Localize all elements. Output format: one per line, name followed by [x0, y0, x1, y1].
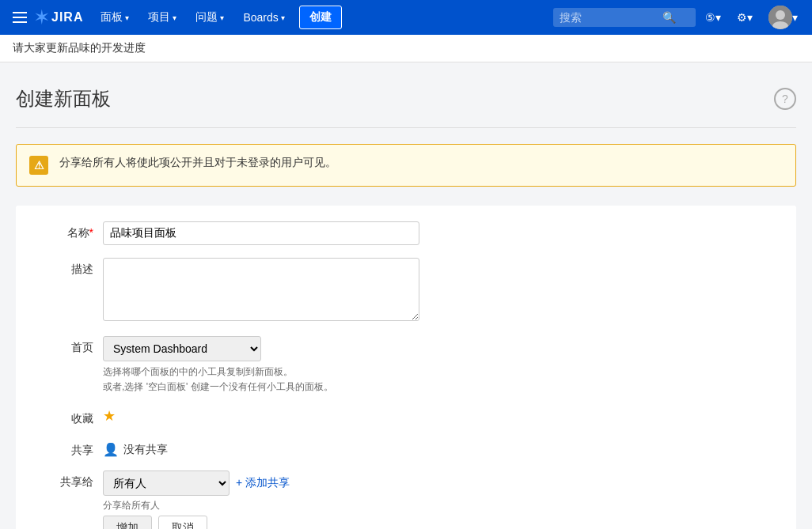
help-arrow: ▾ — [715, 11, 721, 24]
nav-issue[interactable]: 问题 ▾ — [188, 0, 232, 35]
share-give-row: 所有人 项目 用户 组 + 添加共享 — [103, 470, 419, 496]
topnav: ✶ JIRA 面板 ▾ 项目 ▾ 问题 ▾ Boards ▾ 创建 🔍 ⑤ ▾ … — [0, 0, 812, 35]
search-icon: 🔍 — [662, 11, 676, 24]
create-button[interactable]: 创建 — [299, 6, 342, 29]
homepage-hint: 选择将哪个面板的中的小工具复制到新面板。 或者,选择 '空白面板' 创建一个没有… — [103, 365, 419, 395]
jira-logo: ✶ JIRA — [35, 8, 83, 27]
avatar — [768, 6, 792, 29]
page-help-icon[interactable]: ? — [774, 88, 796, 110]
homepage-row: 首页 System Dashboard 空白面板 选择将哪个面板的中的小工具复制… — [40, 336, 772, 395]
share-label: 共享 — [40, 439, 103, 458]
search-input[interactable] — [560, 11, 662, 24]
help-menu[interactable]: ⑤ ▾ — [699, 0, 727, 35]
search-box[interactable]: 🔍 — [553, 8, 696, 27]
jira-logo-symbol: ✶ — [35, 8, 48, 27]
homepage-label: 首页 — [40, 336, 103, 355]
action-buttons: 增加 取消 — [103, 516, 419, 529]
nav-board-arrow: ▾ — [125, 13, 129, 22]
cancel-button[interactable]: 取消 — [158, 516, 207, 529]
page-header: 创建新面板 ? — [16, 78, 796, 128]
svg-point-1 — [776, 10, 785, 20]
banner: 请大家更新品味的开发进度 — [0, 35, 812, 62]
nav-project[interactable]: 项目 ▾ — [140, 0, 184, 35]
name-label: 名称* — [40, 221, 103, 240]
warning-icon: ⚠ — [29, 156, 48, 175]
favorite-label: 收藏 — [40, 407, 103, 426]
shareto-row: 共享给 所有人 项目 用户 组 + 添加共享 分享给所有人 增加 取消 — [40, 470, 772, 529]
nav-issue-arrow: ▾ — [220, 13, 224, 22]
shareto-control: 所有人 项目 用户 组 + 添加共享 分享给所有人 增加 取消 — [103, 470, 419, 529]
banner-text: 请大家更新品味的开发进度 — [13, 41, 146, 54]
warning-text: 分享给所有人将使此项公开并且对于未登录的用户可见。 — [59, 156, 336, 170]
desc-label: 描述 — [40, 258, 103, 277]
nav-boards[interactable]: Boards ▾ — [235, 0, 292, 35]
settings-arrow: ▾ — [747, 11, 753, 24]
add-button[interactable]: 增加 — [103, 516, 152, 529]
nav-boards-arrow: ▾ — [281, 13, 285, 22]
add-share-button[interactable]: + 添加共享 — [236, 476, 290, 490]
nav-project-arrow: ▾ — [173, 13, 176, 22]
user-arrow: ▾ — [792, 11, 798, 24]
user-menu[interactable]: ▾ — [762, 0, 804, 35]
settings-icon: ⚙ — [737, 11, 747, 24]
name-row: 名称* — [40, 221, 772, 245]
jira-logo-text: JIRA — [51, 10, 83, 25]
favorite-star[interactable]: ★ — [103, 408, 116, 424]
name-control — [103, 221, 419, 245]
desc-row: 描述 — [40, 258, 772, 323]
shareto-select[interactable]: 所有人 项目 用户 组 — [103, 470, 230, 496]
nav-board[interactable]: 面板 ▾ — [93, 0, 137, 35]
name-input[interactable] — [103, 221, 419, 245]
help-icon: ⑤ — [705, 11, 715, 24]
share-value: 没有共享 — [123, 443, 168, 457]
favorite-control: ★ — [103, 407, 419, 425]
share-person-icon: 👤 — [103, 442, 119, 457]
share-content: 👤 没有共享 — [103, 439, 419, 457]
required-mark: * — [89, 226, 93, 239]
shareto-label: 共享给 — [40, 470, 103, 489]
share-note: 分享给所有人 — [103, 499, 419, 512]
settings-menu[interactable]: ⚙ ▾ — [730, 0, 759, 35]
homepage-control: System Dashboard 空白面板 选择将哪个面板的中的小工具复制到新面… — [103, 336, 419, 395]
hamburger-menu[interactable] — [8, 6, 32, 29]
warning-box: ⚠ 分享给所有人将使此项公开并且对于未登录的用户可见。 — [16, 144, 796, 187]
create-form: 名称* 描述 首页 System Dashboard 空白面板 选择将哪个面板 — [16, 206, 796, 529]
homepage-select[interactable]: System Dashboard 空白面板 — [103, 336, 261, 361]
favorite-row: 收藏 ★ — [40, 407, 772, 426]
main-content: 创建新面板 ? ⚠ 分享给所有人将使此项公开并且对于未登录的用户可见。 名称* … — [0, 62, 812, 529]
desc-control — [103, 258, 419, 323]
share-row: 共享 👤 没有共享 — [40, 439, 772, 458]
desc-textarea[interactable] — [103, 258, 419, 321]
share-control: 👤 没有共享 — [103, 439, 419, 457]
page-title: 创建新面板 — [16, 86, 111, 111]
